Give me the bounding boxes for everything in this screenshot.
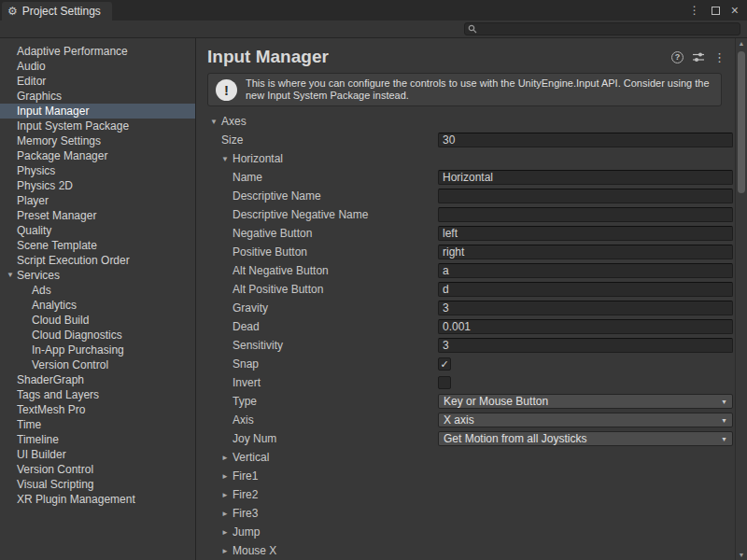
sidebar-item-version-control[interactable]: Version Control [0,357,195,372]
sidebar-item-scene-template[interactable]: Scene Template [0,238,195,253]
positive-button-input[interactable] [438,245,733,259]
negative-button-input[interactable] [438,226,733,241]
property-label: ►Fire2 [196,488,438,501]
descriptive-name-input[interactable] [438,189,733,203]
more-options-icon[interactable]: ⋮ [713,50,726,64]
property-label-text[interactable]: Vertical [233,451,269,464]
property-label: Invert [196,376,438,389]
sidebar-item-graphics[interactable]: Graphics [0,89,195,104]
vertical-scrollbar[interactable]: ▲ ▼ [735,38,747,560]
sidebar-item-physics-2d[interactable]: Physics 2D [0,178,195,193]
sidebar-item-label: Graphics [17,90,62,103]
sidebar-item-cloud-diagnostics[interactable]: Cloud Diagnostics [0,328,195,343]
window-menu-icon[interactable]: ⋮ [689,4,700,17]
sidebar-item-label: Cloud Diagnostics [32,329,122,342]
sidebar-item-analytics[interactable]: Analytics [0,298,195,313]
sidebar-item-label: Tags and Layers [17,388,99,401]
search-field[interactable] [464,22,740,35]
property-row-size: Size [196,131,735,149]
property-label-text[interactable]: Fire3 [233,507,258,520]
sensitivity-input[interactable] [438,338,733,353]
property-label-text: Size [221,133,243,147]
maximize-icon[interactable] [712,7,720,15]
sidebar-item-physics[interactable]: Physics [0,163,195,178]
property-label-text[interactable]: Fire1 [233,469,258,483]
sidebar-item-timeline[interactable]: Timeline [0,432,195,447]
property-label-text: Dead [233,320,260,333]
main-panel: Input Manager ? ⋮ ! This is where you ca… [196,38,735,560]
foldout-triangle-icon[interactable]: ► [221,491,233,499]
sidebar-item-ui-builder[interactable]: UI Builder [0,447,195,462]
property-label-text: Snap [233,357,259,371]
close-icon[interactable]: × [731,6,739,15]
sidebar-item-label: Ads [32,284,51,297]
sidebar-item-tags-and-layers[interactable]: Tags and Layers [0,387,195,402]
sidebar-item-in-app-purchasing[interactable]: In-App Purchasing [0,343,195,357]
foldout-triangle-icon[interactable]: ► [221,510,233,518]
sidebar-item-preset-manager[interactable]: Preset Manager [0,208,195,223]
sidebar-item-cloud-build[interactable]: Cloud Build [0,313,195,328]
sidebar-item-quality[interactable]: Quality [0,223,195,238]
property-label: ▼Horizontal [196,152,438,165]
scrollbar-thumb[interactable] [738,51,745,193]
sidebar-item-script-execution-order[interactable]: Script Execution Order [0,253,195,268]
sidebar-item-package-manager[interactable]: Package Manager [0,148,195,163]
property-label-text[interactable]: Axes [221,115,247,128]
alt-negative-button-input[interactable] [438,263,733,278]
property-label-text: Descriptive Negative Name [233,208,368,221]
tab-project-settings[interactable]: ⚙ Project Settings [2,2,112,21]
invert-checkbox[interactable] [438,376,451,389]
property-label: ►Jump [196,525,438,539]
foldout-triangle-icon[interactable]: ▼ [4,268,17,283]
dead-input[interactable] [438,319,733,334]
sidebar-item-editor[interactable]: Editor [0,74,195,89]
header-icons: ? ⋮ [671,50,727,64]
sidebar-item-adaptive-performance[interactable]: Adaptive Performance [0,44,195,59]
name-input[interactable] [438,170,733,185]
sidebar-item-input-manager[interactable]: Input Manager [0,104,195,119]
info-icon: ! [216,79,237,101]
axis-dropdown[interactable]: X axis▼ [438,413,733,427]
property-label-text[interactable]: Jump [233,525,260,539]
foldout-triangle-icon[interactable]: ► [221,454,233,462]
alt-positive-button-input[interactable] [438,282,733,297]
foldout-triangle-icon[interactable]: ► [221,472,233,481]
gravity-input[interactable] [438,301,733,315]
property-row-sensitivity: Sensitivity [196,336,735,355]
foldout-triangle-icon[interactable]: ► [221,528,233,537]
sidebar-item-label: Player [17,194,49,207]
help-icon[interactable]: ? [671,51,684,63]
scroll-up-icon[interactable]: ▲ [736,40,747,47]
property-label-text[interactable]: Fire2 [233,488,258,501]
sidebar-item-services[interactable]: ▼Services [0,268,195,283]
sidebar-item-input-system-package[interactable]: Input System Package [0,119,195,133]
sidebar-item-textmesh-pro[interactable]: TextMesh Pro [0,402,195,417]
foldout-triangle-icon[interactable]: ▼ [221,155,233,163]
preset-icon[interactable] [692,50,705,63]
sidebar-item-label: UI Builder [17,448,66,461]
snap-checkbox[interactable]: ✓ [438,357,451,371]
foldout-triangle-icon[interactable]: ▼ [210,118,221,126]
sidebar-item-version-control[interactable]: Version Control [0,462,195,477]
property-label: Descriptive Negative Name [196,208,438,221]
sidebar-item-visual-scripting[interactable]: Visual Scripting [0,477,195,492]
sidebar-item-time[interactable]: Time [0,417,195,432]
sidebar-item-xr-plugin-management[interactable]: XR Plugin Management [0,492,195,507]
property-label-text[interactable]: Horizontal [233,152,283,165]
property-label-text[interactable]: Mouse X [233,544,276,557]
sidebar-item-player[interactable]: Player [0,193,195,208]
sidebar-item-memory-settings[interactable]: Memory Settings [0,133,195,148]
type-dropdown[interactable]: Key or Mouse Button▼ [438,394,733,409]
scroll-down-icon[interactable]: ▼ [736,552,747,558]
sidebar-item-label: Timeline [17,433,59,446]
joy-num-dropdown[interactable]: Get Motion from all Joysticks▼ [438,431,733,446]
search-input[interactable] [480,23,737,35]
property-field: Get Motion from all Joysticks▼ [438,431,733,446]
sidebar-item-shadergraph[interactable]: ShaderGraph [0,372,195,387]
size-input[interactable] [438,133,733,147]
foldout-triangle-icon[interactable]: ► [221,547,233,555]
sidebar-item-label: Package Manager [17,149,107,162]
sidebar-item-audio[interactable]: Audio [0,59,195,74]
descriptive-negative-name-input[interactable] [438,207,733,222]
sidebar-item-ads[interactable]: Ads [0,283,195,298]
